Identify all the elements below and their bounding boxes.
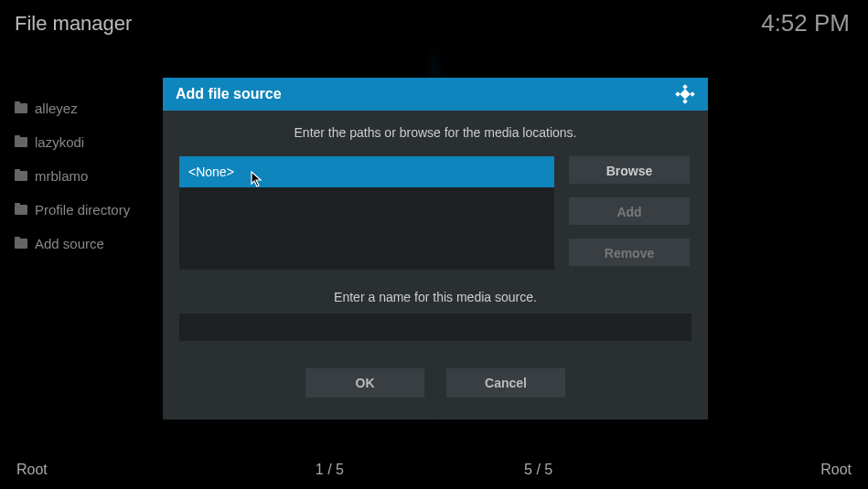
path-section: <None> Browse Add Remove [179,156,691,270]
clock: 4:52 PM [761,9,850,37]
sidebar-item-label: Profile directory [35,202,130,218]
svg-rect-0 [682,84,688,90]
path-side-buttons: Browse Add Remove [569,156,690,270]
footer-right-label: Root [643,462,852,478]
svg-rect-3 [682,99,688,104]
sidebar-item-lazykodi[interactable]: lazykodi [9,125,165,159]
svg-rect-1 [675,91,680,97]
dialog-actions: OK Cancel [179,368,691,398]
path-list[interactable]: <None> [179,156,554,270]
sidebar-item-label: mrblamo [35,168,88,184]
sidebar-item-label: lazykodi [35,134,84,150]
path-instruction: Enter the paths or browse for the media … [179,125,691,140]
name-instruction: Enter a name for this media source. [179,290,691,304]
sidebar-item-alleyez[interactable]: alleyez [9,91,165,125]
svg-rect-4 [680,89,690,99]
path-item-label: <None> [188,165,234,179]
dialog-header: Add file source [163,78,708,111]
sidebar: alleyez lazykodi mrblamo Profile directo… [9,91,165,260]
sidebar-item-add-source[interactable]: Add source [9,227,165,260]
folder-icon [15,171,27,181]
footer-right-counter: 5 / 5 [434,462,643,478]
browse-button[interactable]: Browse [569,156,690,184]
sidebar-item-label: alleyez [35,101,78,116]
sidebar-item-label: Add source [35,236,104,251]
add-file-source-dialog: Add file source Enter the paths or brows… [163,78,708,420]
dialog-body: Enter the paths or browse for the media … [163,111,708,420]
folder-icon [15,103,27,113]
remove-button[interactable]: Remove [569,239,690,266]
cursor-icon [251,171,263,190]
cancel-button[interactable]: Cancel [446,368,565,398]
sidebar-item-profile-directory[interactable]: Profile directory [9,193,165,227]
media-source-name-input[interactable] [179,314,691,341]
footer: Root 1 / 5 5 / 5 Root [0,451,868,489]
dialog-title: Add file source [176,86,282,102]
add-button[interactable]: Add [569,197,690,225]
folder-icon [15,205,27,215]
footer-left-counter: 1 / 5 [225,462,434,478]
footer-left-label: Root [16,462,225,478]
svg-rect-2 [690,91,695,97]
kodi-logo-icon [675,84,695,104]
path-item-none[interactable]: <None> [179,156,554,187]
folder-icon [15,137,27,147]
sidebar-item-mrblamo[interactable]: mrblamo [9,159,165,193]
folder-icon [15,239,27,249]
page-title: File manager [15,12,132,36]
ok-button[interactable]: OK [305,368,424,398]
